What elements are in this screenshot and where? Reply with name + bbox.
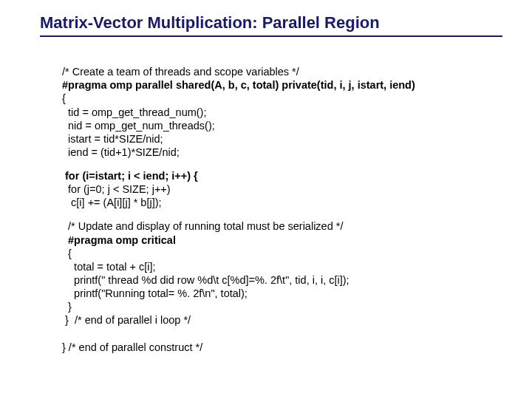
code-critical-block: /* Update and display of running total m…: [62, 219, 502, 327]
code-line: c[i] += (A[i][j] * b[j]);: [62, 197, 162, 208]
code-line: istart = tid*SIZE/nid;: [62, 133, 163, 145]
code-line: #pragma omp critical: [62, 234, 176, 246]
code-inner-block: for (i=istart; i < iend; i++) { for (j=0…: [62, 169, 502, 327]
code-line: {: [62, 92, 66, 104]
code-line: } /* end of parallel construct */: [62, 341, 202, 353]
code-line: {: [62, 248, 72, 259]
code-line: }: [62, 301, 72, 313]
code-line: /* Create a team of threads and scope va…: [62, 66, 299, 78]
code-line: printf(" thread %d did row %d\t c[%d]=%.…: [62, 274, 349, 286]
code-line: for (j=0; j < SIZE; j++): [62, 183, 171, 195]
code-block: /* Create a team of threads and scope va…: [62, 52, 502, 354]
code-line: nid = omp_get_num_threads();: [62, 120, 215, 132]
code-line: /* Update and display of running total m…: [62, 220, 343, 232]
slide-title: Matrix-Vector Multiplication: Parallel R…: [40, 13, 502, 37]
code-line: total = total + c[i];: [62, 261, 156, 273]
code-line: tid = omp_get_thread_num();: [62, 106, 206, 118]
code-line: #pragma omp parallel shared(A, b, c, tot…: [62, 79, 415, 91]
code-line: iend = (tid+1)*SIZE/nid;: [62, 146, 180, 158]
code-line: for (i=istart; i < iend; i++) {: [62, 170, 198, 182]
code-line: printf("Running total= %. 2f\n", total);: [62, 287, 248, 299]
code-line: } /* end of parallel i loop */: [62, 314, 191, 326]
